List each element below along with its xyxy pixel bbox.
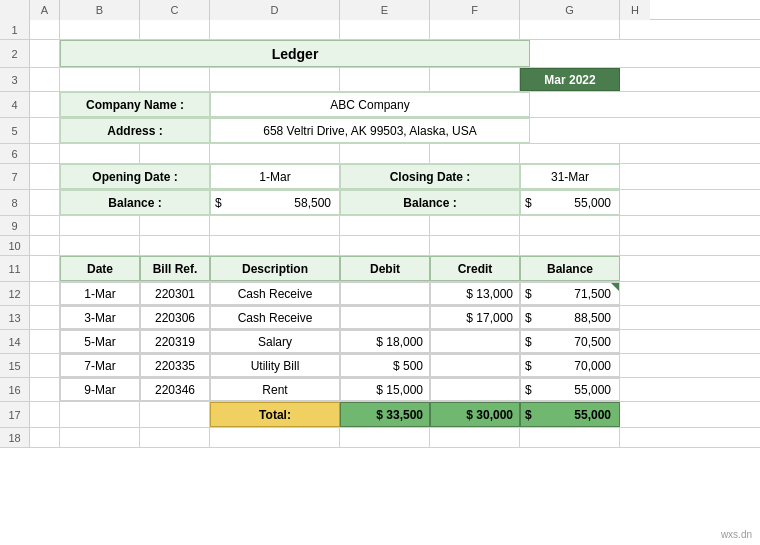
table-row-0: 12 1-Mar 220301 Cash Receive $ 13,000 $ … xyxy=(0,282,760,306)
total-label: Total: xyxy=(210,402,340,427)
row-11-table-header: 11 Date Bill Ref. Description Debit Cred… xyxy=(0,256,760,282)
opening-balance-value: $ 58,500 xyxy=(210,190,340,215)
total-debit: $ 33,500 xyxy=(340,402,430,427)
table-row-1: 13 3-Mar 220306 Cash Receive $ 17,000 $ … xyxy=(0,306,760,330)
row-6: 6 xyxy=(0,144,760,164)
col-header-f: F xyxy=(430,0,520,20)
row-18: 18 xyxy=(0,428,760,448)
row-8: 8 Balance : $ 58,500 Balance : $ 55,000 xyxy=(0,190,760,216)
th-credit: Credit xyxy=(430,256,520,281)
total-credit: $ 30,000 xyxy=(430,402,520,427)
col-header-g: G xyxy=(520,0,620,20)
col-header-b: B xyxy=(60,0,140,20)
col-header-d: D xyxy=(210,0,340,20)
row-4: 4 Company Name : ABC Company xyxy=(0,92,760,118)
row-5: 5 Address : 658 Veltri Drive, AK 99503, … xyxy=(0,118,760,144)
date-header-cell: Mar 2022 xyxy=(520,68,620,91)
col-header-e: E xyxy=(340,0,430,20)
table-row-4: 16 9-Mar 220346 Rent $ 15,000 $ 55,000 xyxy=(0,378,760,402)
closing-balance-label: Balance : xyxy=(340,190,520,215)
closing-date-value: 31-Mar xyxy=(520,164,620,189)
row-9: 9 xyxy=(0,216,760,236)
company-name-value: ABC Company xyxy=(210,92,530,117)
closing-date-label: Closing Date : xyxy=(340,164,520,189)
table-row-total: 17 Total: $ 33,500 $ 30,000 $ 55,000 xyxy=(0,402,760,428)
col-header-a: A xyxy=(30,0,60,20)
watermark: wxs.dn xyxy=(721,529,752,540)
row-7: 7 Opening Date : 1-Mar Closing Date : 31… xyxy=(0,164,760,190)
address-label: Address : xyxy=(60,118,210,143)
table-row-2: 14 5-Mar 220319 Salary $ 18,000 $ 70,500 xyxy=(0,330,760,354)
th-description: Description xyxy=(210,256,340,281)
col-header-c: C xyxy=(140,0,210,20)
row-3: 3 Mar 2022 xyxy=(0,68,760,92)
closing-balance-value: $ 55,000 xyxy=(520,190,620,215)
address-value: 658 Veltri Drive, AK 99503, Alaska, USA xyxy=(210,118,530,143)
opening-balance-label: Balance : xyxy=(60,190,210,215)
total-balance: $ 55,000 xyxy=(520,402,620,427)
th-debit: Debit xyxy=(340,256,430,281)
row-10: 10 xyxy=(0,236,760,256)
th-balance: Balance xyxy=(520,256,620,281)
th-date: Date xyxy=(60,256,140,281)
table-row-3: 15 7-Mar 220335 Utility Bill $ 500 $ 70,… xyxy=(0,354,760,378)
col-header-h: H xyxy=(620,0,650,20)
row-1: 1 xyxy=(0,20,760,40)
th-billref: Bill Ref. xyxy=(140,256,210,281)
row-2: 2 Ledger xyxy=(0,40,760,68)
company-name-label: Company Name : xyxy=(60,92,210,117)
opening-date-value: 1-Mar xyxy=(210,164,340,189)
opening-date-label: Opening Date : xyxy=(60,164,210,189)
title-cell: Ledger xyxy=(60,40,530,67)
